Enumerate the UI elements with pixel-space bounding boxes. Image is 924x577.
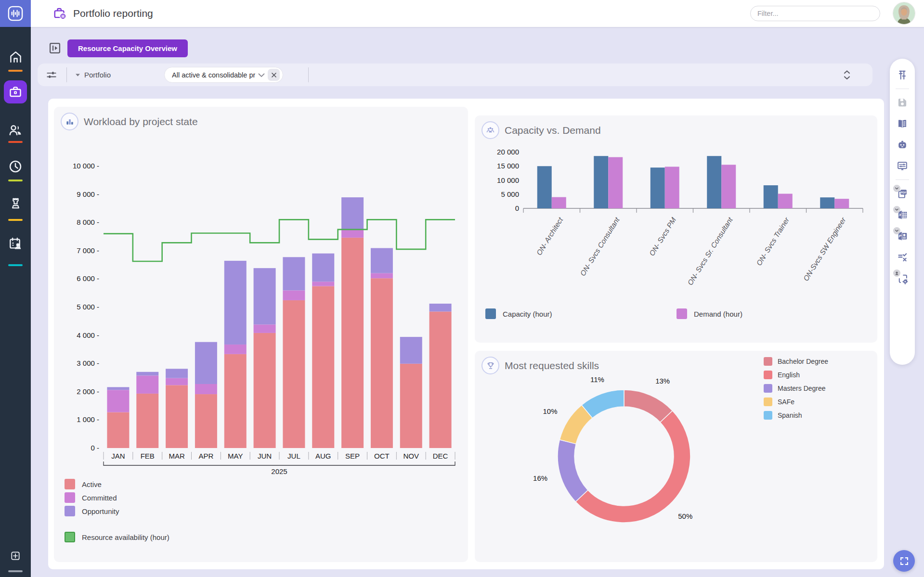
excel-options-badge[interactable]: [893, 206, 900, 213]
view-settings-button[interactable]: [893, 64, 912, 86]
user-badge: [893, 269, 900, 277]
left-sidebar: [0, 27, 31, 577]
sidebar-underline-create: [8, 570, 23, 572]
legend-item-availability[interactable]: Resource availability (hour): [65, 530, 169, 544]
svg-text:0 -: 0 -: [91, 444, 99, 452]
capacity-demand-chart[interactable]: 05 00010 00015 00020 000ON- ArchitectON-…: [482, 142, 872, 308]
portfolio-reporting-icon: [53, 6, 67, 21]
svg-text:5 000: 5 000: [501, 190, 519, 198]
svg-text:OCT: OCT: [374, 452, 390, 460]
people-group-icon: [482, 121, 499, 139]
svg-text:3 000 -: 3 000 -: [77, 359, 99, 367]
svg-text:2 000 -: 2 000 -: [77, 387, 99, 396]
svg-text:11%: 11%: [590, 375, 604, 384]
skills-legend: Bachelor DegreeEnglishMasters DegreeSAFe…: [764, 355, 828, 422]
svg-text:PDF: PDF: [900, 191, 906, 193]
chip-remove-button[interactable]: [268, 69, 280, 81]
sidebar-underline-time: [8, 180, 23, 181]
chess-icon: [8, 196, 23, 211]
documentation-button[interactable]: [893, 113, 912, 134]
board-settings-button[interactable]: [893, 155, 912, 177]
legend-item[interactable]: Active: [65, 477, 169, 491]
legend-item[interactable]: Spanish: [764, 409, 828, 422]
bar-chart-icon: [61, 113, 78, 130]
chevron-down-icon: [895, 186, 899, 191]
legend-item[interactable]: Demand (hour): [677, 307, 742, 321]
legend-item[interactable]: Bachelor Degree: [764, 355, 828, 368]
filter-divider: [66, 67, 67, 82]
legend-item[interactable]: Committed: [65, 491, 169, 504]
export-pdf-button[interactable]: PDF: [893, 183, 912, 204]
portfolio-filter-chip[interactable]: All active & consolidable pr: [164, 67, 283, 83]
svg-text:ON- Architect: ON- Architect: [534, 216, 564, 257]
workload-chart-title: Workload by project state: [84, 116, 198, 128]
filterbar-expand-button[interactable]: [843, 66, 857, 83]
svg-text:ON- Svcs Trainer: ON- Svcs Trainer: [755, 216, 791, 267]
checklist-icon: [896, 251, 909, 263]
fullscreen-icon: [899, 556, 910, 566]
sidebar-item-capacity-planning[interactable]: [0, 236, 31, 251]
sidebar-item-time-tracking[interactable]: [0, 159, 31, 174]
waveform-logo-icon: [7, 5, 24, 22]
svg-text:50%: 50%: [678, 512, 692, 520]
book-icon: [896, 117, 909, 130]
workload-chart[interactable]: 0 -1 000 -2 000 -3 000 -4 000 -5 000 -6 …: [58, 161, 465, 476]
legend-item[interactable]: Masters Degree: [764, 382, 828, 395]
skills-card: Most requested skills 13%50%16%10%11% Ba…: [475, 351, 877, 562]
legend-item[interactable]: SAFe: [764, 395, 828, 409]
app-logo[interactable]: [0, 0, 31, 27]
people-icon: [8, 122, 23, 138]
sidebar-item-resources[interactable]: [0, 122, 31, 138]
chevrons-up-down-icon: [843, 69, 851, 81]
view-selector-button[interactable]: Resource Capacity Overview: [67, 39, 188, 57]
svg-text:DEC: DEC: [433, 452, 448, 460]
svg-text:NOV: NOV: [403, 452, 419, 460]
svg-text:ON- Svcs PM: ON- Svcs PM: [648, 216, 678, 257]
svg-text:ON- Svcs Consultant: ON- Svcs Consultant: [578, 216, 621, 277]
save-button[interactable]: [893, 92, 912, 113]
chip-chevron-down-icon[interactable]: [258, 73, 265, 77]
user-avatar[interactable]: [893, 2, 915, 24]
powerpoint-options-badge[interactable]: [893, 227, 900, 234]
user-icon: [895, 271, 899, 275]
svg-text:0: 0: [515, 204, 519, 212]
chevron-down-icon: [895, 207, 899, 212]
top-bar: Portfolio reporting: [0, 0, 924, 27]
trophy-icon: [482, 357, 499, 374]
export-excel-button[interactable]: X: [893, 204, 912, 225]
filter-settings-icon[interactable]: [45, 69, 58, 81]
svg-text:10 000 -: 10 000 -: [73, 162, 99, 170]
sidebar-underline-strategy: [8, 219, 23, 221]
sidebar-item-create-new[interactable]: [7, 548, 24, 564]
export-powerpoint-button[interactable]: P: [893, 225, 912, 246]
skills-donut-chart[interactable]: 13%50%16%10%11%: [523, 371, 730, 559]
svg-text:SEP: SEP: [345, 452, 360, 460]
manage-lists-button[interactable]: [893, 246, 912, 268]
briefcase-icon: [8, 85, 23, 99]
panel-expand-icon: [48, 41, 62, 55]
portfolio-filter-value: All active & consolidable pr: [172, 71, 255, 79]
portfolio-filter-dropdown[interactable]: Portfolio: [75, 64, 111, 86]
capacity-chart-title: Capacity vs. Demand: [505, 125, 601, 136]
sidebar-underline-home: [8, 70, 23, 72]
legend-item[interactable]: Opportunity: [65, 504, 169, 518]
screen-settings-button[interactable]: [893, 268, 912, 289]
svg-text:6 000 -: 6 000 -: [77, 274, 99, 282]
legend-item[interactable]: Capacity (hour): [485, 307, 552, 321]
report-canvas: Workload by project state 0 -1 000 -2 00…: [48, 99, 884, 569]
sidebar-item-portfolio[interactable]: [4, 80, 27, 103]
ai-assistant-button[interactable]: [893, 134, 912, 155]
calendar-user-icon: [8, 236, 23, 251]
svg-text:2025: 2025: [271, 467, 287, 475]
sidebar-item-home[interactable]: [0, 50, 31, 64]
page-title: Portfolio reporting: [73, 0, 153, 27]
legend-item[interactable]: English: [764, 368, 828, 382]
svg-text:13%: 13%: [655, 377, 670, 385]
collapse-panel-button[interactable]: [48, 41, 62, 55]
sidebar-item-strategy[interactable]: [0, 196, 31, 211]
global-filter-input[interactable]: [750, 6, 880, 21]
fullscreen-button[interactable]: [893, 550, 915, 572]
pdf-options-badge[interactable]: [893, 185, 900, 192]
svg-text:AUG: AUG: [315, 452, 331, 460]
svg-text:P: P: [898, 234, 901, 238]
